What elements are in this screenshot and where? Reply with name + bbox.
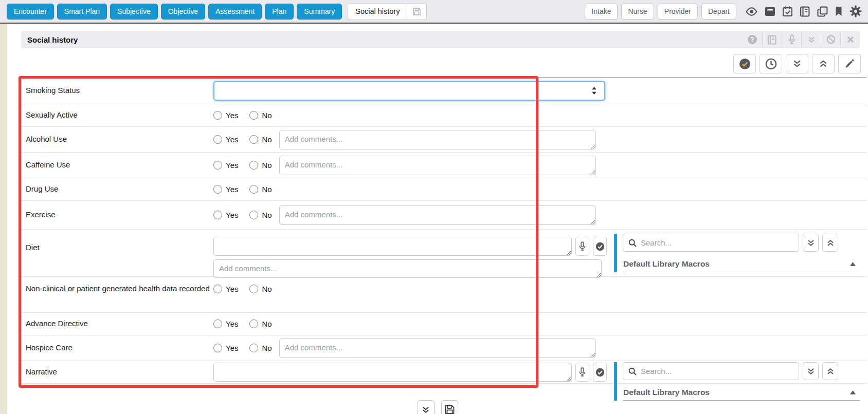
section-toolbar <box>733 54 861 73</box>
library-book-icon[interactable] <box>762 31 782 48</box>
stage-button-intake[interactable]: Intake <box>585 4 618 20</box>
tab-social-history[interactable]: Social history <box>348 3 427 20</box>
diet-comments-input[interactable] <box>213 259 602 278</box>
radio-yes[interactable] <box>213 285 222 293</box>
macro-expand-button[interactable] <box>803 362 819 380</box>
caffeine-comments-input[interactable] <box>279 156 596 175</box>
history-button[interactable] <box>760 54 782 73</box>
narrative-input[interactable] <box>213 363 572 382</box>
row-alcohol-use: Alcohol Use Yes No <box>19 127 866 153</box>
row-hospice-care: Hospice Care Yes No <box>19 335 866 361</box>
narrative-dictate-button[interactable] <box>575 363 589 382</box>
radio-yes[interactable] <box>213 211 222 219</box>
narrative-confirm-button[interactable] <box>593 363 607 382</box>
nav-button-assessment[interactable]: Assessment <box>208 4 262 20</box>
macro-search-box[interactable] <box>623 362 799 380</box>
radio-no-label: No <box>262 135 272 144</box>
radio-yes-label: Yes <box>226 111 238 120</box>
nav-button-smart-plan[interactable]: Smart Plan <box>57 4 107 20</box>
nav-button-encounter[interactable]: Encounter <box>7 4 54 20</box>
macro-group-title: Default Library Macros <box>623 259 710 269</box>
stage-button-depart[interactable]: Depart <box>701 4 736 20</box>
radio-no[interactable] <box>249 111 258 120</box>
macro-collapse-button[interactable] <box>822 234 838 252</box>
macro-group-header[interactable]: Default Library Macros <box>623 256 860 272</box>
radio-no-label: No <box>262 161 272 170</box>
radio-no[interactable] <box>249 211 258 219</box>
radio-yes[interactable] <box>213 111 222 120</box>
microphone-icon <box>579 241 586 251</box>
diet-dictate-button[interactable] <box>575 237 589 256</box>
radio-yes-label: Yes <box>226 344 238 352</box>
nav-button-objective[interactable]: Objective <box>161 4 205 20</box>
alcohol-comments-input[interactable] <box>279 130 596 149</box>
gear-icon[interactable] <box>849 5 862 17</box>
radio-no[interactable] <box>249 319 258 328</box>
calendar-check-icon[interactable] <box>782 6 793 17</box>
field-label: Smoking Status <box>26 86 213 96</box>
smoking-status-select[interactable] <box>213 81 605 101</box>
microphone-icon[interactable] <box>782 31 801 48</box>
stage-button-provider[interactable]: Provider <box>658 4 698 20</box>
collapse-section-icon[interactable] <box>801 31 821 48</box>
macro-search-box[interactable] <box>623 234 799 252</box>
narrative-macro-panel: Default Library Macros <box>614 362 860 401</box>
mark-reviewed-button[interactable] <box>733 54 756 73</box>
exercise-comments-input[interactable] <box>279 205 596 225</box>
radio-no[interactable] <box>249 161 258 170</box>
radio-yes[interactable] <box>213 319 222 328</box>
eye-icon[interactable] <box>745 7 758 16</box>
copy-icon[interactable] <box>817 6 828 17</box>
bookmark-icon[interactable] <box>835 6 843 16</box>
field-label: Advance Directive <box>26 319 213 329</box>
nav-button-plan[interactable]: Plan <box>265 4 294 20</box>
edit-button[interactable] <box>838 54 861 73</box>
macro-group-header[interactable]: Default Library Macros <box>623 384 860 401</box>
save-button[interactable] <box>441 400 458 414</box>
expand-all-button[interactable] <box>786 54 808 73</box>
radio-yes-label: Yes <box>226 285 238 293</box>
radio-no[interactable] <box>249 285 258 293</box>
archive-icon[interactable] <box>765 7 775 16</box>
nav-button-subjective[interactable]: Subjective <box>110 4 158 20</box>
radio-yes[interactable] <box>213 161 222 170</box>
radio-yes[interactable] <box>213 135 222 144</box>
radio-yes[interactable] <box>213 185 222 194</box>
field-label: Narrative <box>26 367 213 377</box>
field-label: Hospice Care <box>26 343 213 353</box>
top-navigation-bar: Encounter Smart Plan Subjective Objectiv… <box>0 0 868 24</box>
diet-confirm-button[interactable] <box>593 237 607 256</box>
close-section-icon[interactable] <box>840 31 860 48</box>
field-label: Sexually Active <box>26 110 213 120</box>
search-icon <box>628 239 637 247</box>
radio-yes[interactable] <box>213 344 222 352</box>
radio-no[interactable] <box>249 185 258 194</box>
help-icon[interactable]: ? <box>743 31 762 48</box>
stage-button-nurse[interactable]: Nurse <box>621 4 654 20</box>
row-sexually-active: Sexually Active Yes No <box>19 104 866 127</box>
diet-input[interactable] <box>213 237 572 256</box>
radio-no[interactable] <box>249 344 258 352</box>
section-header-icons: ? <box>743 31 860 48</box>
macro-search-input[interactable] <box>641 367 793 375</box>
bottom-action-bar <box>7 400 868 414</box>
radio-no-label: No <box>262 344 272 352</box>
macro-collapse-button[interactable] <box>822 362 838 380</box>
save-tab-icon[interactable] <box>407 7 426 16</box>
radio-yes-label: Yes <box>226 135 238 144</box>
double-chevron-down-icon <box>807 367 815 375</box>
radio-no[interactable] <box>249 135 258 144</box>
collapse-all-button[interactable] <box>812 54 835 73</box>
scroll-down-button[interactable] <box>418 400 435 414</box>
macro-search-input[interactable] <box>641 238 793 247</box>
nav-button-summary[interactable]: Summary <box>297 4 342 20</box>
pencil-icon <box>844 59 855 69</box>
section-header: Social history ? <box>21 31 860 48</box>
check-circle-icon <box>595 242 605 251</box>
radio-yes-label: Yes <box>226 161 238 170</box>
book-icon[interactable] <box>800 6 810 17</box>
macro-group-title: Default Library Macros <box>623 388 710 397</box>
disable-section-icon[interactable] <box>821 31 840 48</box>
macro-expand-button[interactable] <box>803 234 819 252</box>
hospice-comments-input[interactable] <box>279 338 596 358</box>
